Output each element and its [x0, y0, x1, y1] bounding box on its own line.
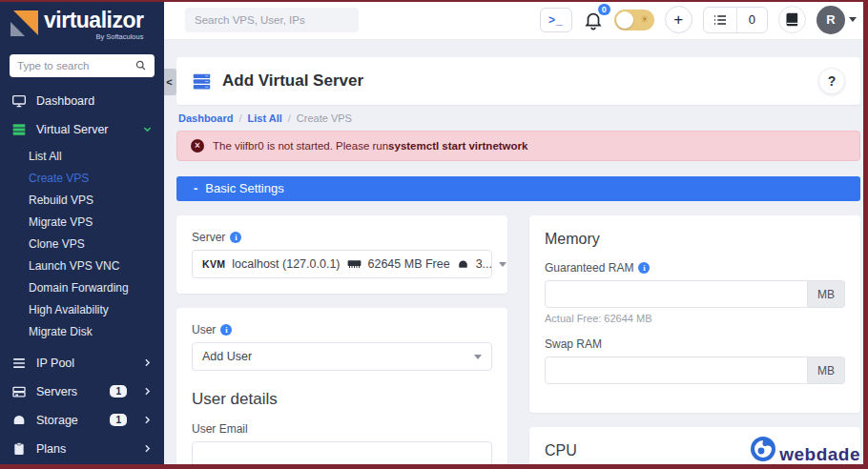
add-button[interactable]: + — [665, 6, 692, 33]
info-icon[interactable]: i — [230, 232, 241, 243]
servers-icon — [11, 384, 27, 399]
global-search-input[interactable] — [195, 14, 349, 26]
swap-ram-input[interactable] — [545, 357, 808, 384]
chevron-right-icon — [142, 443, 153, 454]
user-field-label: User i — [192, 323, 492, 336]
sidebar-item-servers[interactable]: Servers 1 — [0, 377, 164, 406]
docs-button[interactable] — [778, 6, 806, 33]
task-list-icon — [704, 12, 736, 28]
topbar: >_ 0 ☀ + 0 R — [164, 0, 868, 40]
sidebar-subitem-clone-vps[interactable]: Clone VPS — [0, 234, 164, 255]
guaranteed-ram-input[interactable] — [545, 280, 808, 308]
actual-free-text: Actual Free: 62644 MB — [545, 313, 845, 324]
breadcrumb: Dashboard / List All / Create VPS — [176, 105, 860, 131]
sidebar-item-label: Dashboard — [36, 94, 153, 108]
notifications-button[interactable]: 0 — [583, 10, 604, 31]
sidebar-subitem-migrate-disk[interactable]: Migrate Disk — [0, 321, 164, 343]
mb-suffix: MB — [808, 280, 845, 308]
servers-count-badge: 1 — [110, 385, 127, 398]
sidebar-subitem-domain-forwarding[interactable]: Domain Forwarding — [0, 277, 164, 299]
logo-title: virtualizor — [44, 10, 143, 31]
storage-icon — [11, 413, 27, 428]
user-email-input[interactable] — [192, 441, 492, 469]
sidebar-item-label: Virtual Server — [36, 123, 133, 136]
sidebar-item-virtual-server[interactable]: Virtual Server — [0, 115, 164, 144]
disk-icon — [457, 258, 469, 271]
caret-down-icon — [849, 17, 857, 22]
search-icon — [134, 59, 147, 71]
user-select[interactable]: Add User — [192, 342, 492, 371]
server-disk-free: 3... — [476, 257, 492, 271]
sidebar-item-dashboard[interactable]: Dashboard — [0, 87, 164, 115]
user-card: User i Add User User details User Email … — [176, 308, 507, 469]
user-email-label: User Email — [192, 422, 492, 436]
server-select[interactable]: KVM localhost (127.0.0.1) 62645 MB Free … — [192, 250, 492, 278]
main-content: < Add Virtual Server ? Dashboard / List … — [164, 40, 863, 469]
info-icon[interactable]: i — [220, 324, 232, 336]
watermark: webdade — [749, 435, 860, 463]
help-button[interactable]: ? — [818, 68, 845, 94]
sidebar-item-ip-pool[interactable]: IP Pool — [0, 349, 164, 377]
terminal-button[interactable]: >_ — [540, 8, 572, 32]
breadcrumb-separator: / — [288, 112, 291, 124]
ram-icon — [347, 258, 362, 270]
mb-suffix: MB — [808, 357, 845, 384]
chevron-right-icon — [142, 415, 153, 425]
breadcrumb-list-all[interactable]: List All — [248, 112, 282, 124]
toggle-knob — [616, 11, 633, 29]
info-icon[interactable]: i — [638, 262, 650, 274]
chevron-right-icon — [142, 357, 153, 368]
sidebar-collapse-button[interactable]: < — [164, 69, 176, 95]
watermark-text: webdade — [779, 445, 860, 463]
sidebar-item-label: Storage — [36, 414, 100, 427]
swap-ram-group: MB — [545, 357, 845, 384]
virtualizor-logo-icon — [10, 10, 38, 38]
sidebar-subitem-launch-vps-vnc[interactable]: Launch VPS VNC — [0, 255, 164, 277]
alert-command: systemctl start virtnetwork — [388, 140, 527, 152]
sidebar-subitem-rebuild-vps[interactable]: Rebuild VPS — [0, 190, 164, 212]
breadcrumb-separator: / — [238, 112, 241, 124]
sidebar-item-label: IP Pool — [36, 357, 133, 370]
server-field-label: Server i — [192, 231, 492, 244]
alert-message: The viifbr0 is not started. Please runsy… — [213, 140, 527, 152]
sidebar-search-input[interactable] — [17, 60, 134, 71]
breadcrumb-dashboard[interactable]: Dashboard — [178, 112, 233, 124]
notification-count-badge: 0 — [598, 4, 610, 16]
section-title: Basic Settings — [205, 181, 283, 195]
memory-heading: Memory — [545, 231, 845, 248]
server-card: Server i KVM localhost (127.0.0.1) 62645… — [176, 215, 507, 294]
select-caret-icon — [499, 262, 506, 267]
virt-type-badge: KVM — [202, 258, 225, 270]
page-header: Add Virtual Server ? — [176, 57, 860, 105]
book-icon — [784, 11, 800, 28]
chevron-down-icon — [142, 124, 153, 134]
user-select-value: Add User — [202, 350, 252, 363]
sidebar-item-label: Servers — [36, 385, 100, 398]
theme-toggle[interactable]: ☀ — [614, 10, 654, 31]
guaranteed-ram-group: MB — [545, 280, 845, 308]
sidebar-subitem-list-all[interactable]: List All — [0, 146, 164, 168]
global-search — [185, 8, 359, 32]
tasks-button[interactable]: 0 — [703, 7, 768, 33]
basic-settings-section-header[interactable]: - Basic Settings — [176, 176, 860, 201]
logo-subtitle: By Softaculous — [44, 33, 143, 41]
logo[interactable]: virtualizor By Softaculous — [0, 0, 164, 47]
ip-pool-icon — [11, 356, 27, 371]
sidebar-subitem-high-availability[interactable]: High Availability — [0, 299, 164, 321]
breadcrumb-current: Create VPS — [297, 112, 352, 124]
tasks-count: 0 — [737, 12, 767, 27]
sidebar-item-users[interactable]: Users — [0, 463, 164, 465]
sidebar-item-storage[interactable]: Storage 1 — [0, 406, 164, 435]
swap-ram-label: Swap RAM — [545, 337, 845, 351]
sidebar-subitem-create-vps[interactable]: Create VPS — [0, 168, 164, 190]
sidebar-subitem-migrate-vps[interactable]: Migrate VPS — [0, 212, 164, 234]
chevron-right-icon — [142, 386, 153, 397]
server-stack-icon — [11, 122, 27, 137]
sidebar-item-label: Plans — [36, 442, 133, 456]
virtual-server-submenu: List All Create VPS Rebuild VPS Migrate … — [0, 144, 164, 349]
avatar: R — [816, 6, 845, 34]
user-menu[interactable]: R — [816, 6, 857, 34]
sidebar-item-plans[interactable]: Plans — [0, 435, 164, 463]
page-title: Add Virtual Server — [222, 71, 818, 91]
sidebar-search — [10, 54, 155, 77]
